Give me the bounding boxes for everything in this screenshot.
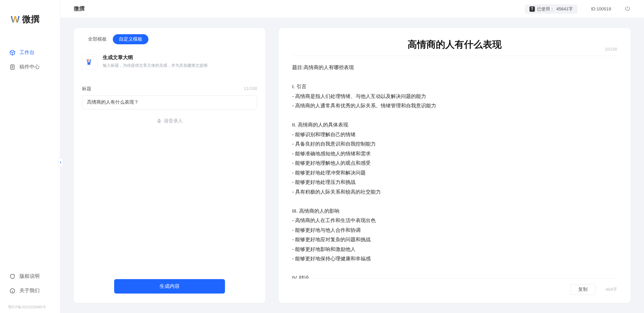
top-header: 微撰 T 已使用：45641字 ID:100519 (60, 0, 644, 18)
doc-icon (9, 64, 15, 70)
logo-mark-icon: W (11, 14, 19, 25)
usage-value: 45641字 (556, 6, 573, 12)
tab-custom-templates[interactable]: 自定义模板 (113, 34, 148, 44)
page-title: 微撰 (74, 5, 85, 12)
field-char-count: 11/100 (244, 86, 257, 92)
sidebar-item-label: 版权说明 (19, 273, 40, 279)
tab-all-templates[interactable]: 全部模板 (82, 34, 113, 44)
output-body[interactable]: 题目:高情商的人有哪些表现 I. 引言 - 高情商是指人们处理情绪、与他人互动以… (279, 56, 631, 278)
shield-icon (9, 273, 15, 279)
sidebar-item-label: 关于我们 (19, 288, 40, 294)
logo-text: 微撰 (22, 13, 40, 25)
sidebar-item-drafts[interactable]: 稿件中心 (0, 60, 60, 74)
output-footer: 复制 404字 (292, 278, 617, 303)
voice-input-button[interactable]: 语音录入 (74, 118, 265, 124)
usage-badge[interactable]: T 已使用：45641字 (525, 4, 578, 14)
mic-icon (156, 118, 162, 124)
sidebar-bottom: 版权说明 关于我们 (0, 269, 60, 305)
sidebar: W 微撰 工作台 稿件中心 版权说明 关于我们 (0, 0, 60, 313)
template-thumb-icon (82, 54, 97, 70)
user-id: ID:100519 (591, 6, 611, 11)
output-char-count: 404字 (605, 286, 617, 293)
field-label: 标题 (82, 86, 91, 92)
usage-prefix: 已使用： (537, 6, 554, 12)
app-logo: W 微撰 (0, 0, 60, 35)
template-tabs: 全部模板 自定义模板 (74, 28, 265, 44)
copy-button[interactable]: 复制 (570, 284, 595, 295)
output-title-count: 10/100 (605, 47, 617, 52)
text-count-icon: T (530, 6, 535, 12)
cube-icon (9, 50, 15, 56)
title-input[interactable] (82, 95, 257, 109)
sidebar-nav: 工作台 稿件中心 (0, 35, 60, 269)
output-header: 高情商的人有什么表现 10/100 (279, 28, 631, 54)
info-icon (9, 288, 15, 294)
sidebar-item-label: 稿件中心 (19, 64, 40, 70)
generate-button[interactable]: 生成内容 (114, 279, 225, 294)
voice-label: 语音录入 (164, 118, 183, 124)
svg-rect-2 (158, 119, 160, 121)
template-card[interactable]: 生成文章大纲 输入标题，为你提供文章主体的灵感，并为其创建推文提纲 (82, 52, 257, 72)
title-field: 标题 11/100 (82, 86, 257, 109)
template-desc: 输入标题，为你提供文章主体的灵感，并为其创建推文提纲 (103, 63, 208, 68)
main-area: 全部模板 自定义模板 生成文章大纲 输入标题，为你提供文章主体的灵感，并为其创建… (60, 18, 644, 313)
sidebar-item-about[interactable]: 关于我们 (0, 283, 60, 298)
icp-footer: 鄂ICP备2022016946号 (0, 305, 60, 313)
power-icon[interactable] (625, 5, 631, 13)
output-panel: 高情商的人有什么表现 10/100 题目:高情商的人有哪些表现 I. 引言 - … (279, 28, 631, 303)
sidebar-item-workspace[interactable]: 工作台 (0, 45, 60, 60)
header-right: T 已使用：45641字 ID:100519 (525, 4, 631, 14)
input-panel: 全部模板 自定义模板 生成文章大纲 输入标题，为你提供文章主体的灵感，并为其创建… (74, 28, 265, 303)
sidebar-item-copyright[interactable]: 版权说明 (0, 269, 60, 283)
template-title: 生成文章大纲 (103, 54, 208, 61)
sidebar-item-label: 工作台 (19, 49, 35, 56)
output-title: 高情商的人有什么表现 (292, 38, 617, 51)
